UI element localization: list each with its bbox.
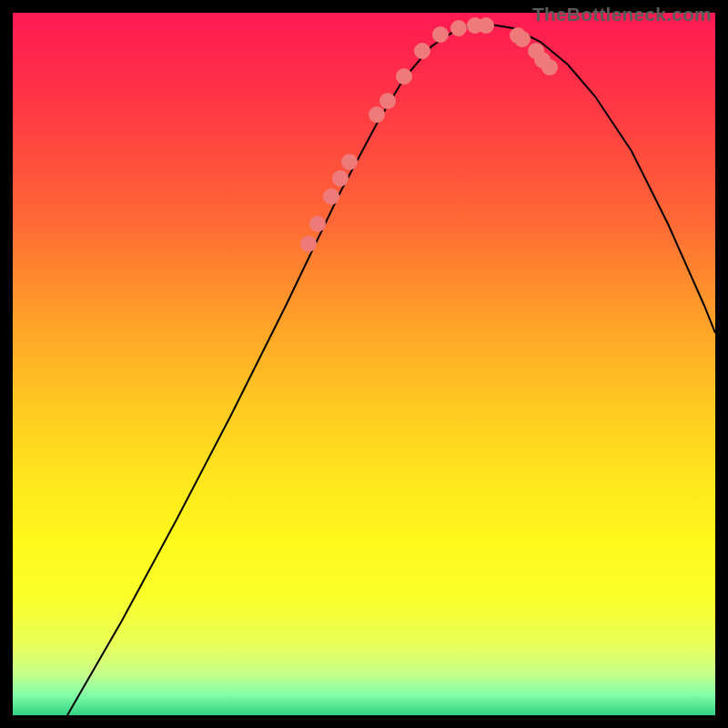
svg-point-9 [432,26,449,43]
svg-point-17 [541,59,558,76]
plot-area [13,13,715,715]
svg-point-4 [341,154,358,170]
svg-point-7 [396,68,412,85]
svg-point-0 [300,236,317,252]
svg-point-3 [332,170,349,187]
svg-point-8 [414,43,430,59]
svg-point-5 [369,106,385,123]
svg-point-14 [514,31,531,47]
svg-point-6 [379,93,396,109]
highlighted-dots [13,13,715,715]
svg-point-2 [323,188,339,205]
chart-container: TheBottleneck.com [0,0,728,728]
svg-point-10 [450,20,467,36]
watermark-text: TheBottleneck.com [532,4,712,25]
svg-point-12 [478,17,494,34]
svg-point-1 [309,216,326,232]
